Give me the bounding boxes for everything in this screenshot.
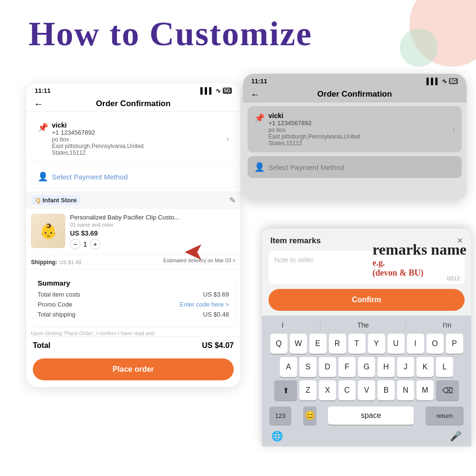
arrow-indicator: ➤: [183, 237, 204, 266]
keyboard-accessory-row: 🌐 🎤: [264, 428, 469, 445]
key-w[interactable]: W: [290, 334, 307, 354]
key-i[interactable]: I: [407, 334, 424, 354]
key-return[interactable]: return: [426, 407, 464, 425]
key-p[interactable]: P: [446, 334, 463, 354]
keyboard-row-1: Q W E R T Y U I O P: [264, 334, 469, 354]
network-icon: 5G: [223, 88, 232, 94]
key-q[interactable]: Q: [270, 334, 288, 354]
remarks-annotation: remarks name e.g. (devon & BU): [372, 241, 466, 278]
payment-label-right: Select Payment Method: [268, 163, 344, 171]
key-a[interactable]: A: [280, 357, 297, 377]
note-icon[interactable]: ✎: [229, 196, 236, 205]
key-k[interactable]: K: [416, 357, 434, 377]
key-o[interactable]: O: [426, 334, 444, 354]
modal-title: Item remarks: [270, 236, 321, 246]
summary-section: Summary Total item costs US $3.69 Promo …: [31, 273, 236, 327]
key-b[interactable]: B: [377, 380, 395, 400]
divider: [26, 269, 240, 269]
status-time-left: 11:11: [35, 87, 50, 94]
shipping-row: Shipping: US $1.48 Estimated delivery on…: [26, 254, 240, 269]
address-row: 📌 vicki +1 1234567892 po box East pittsb…: [38, 121, 229, 156]
key-y[interactable]: Y: [368, 334, 385, 354]
decorative-circle-green: [400, 29, 438, 67]
payment-icon: 👤: [38, 171, 48, 182]
shipping-label: Shipping:: [31, 259, 57, 266]
address-city-right: East pittsburgh,Pennsylvania,United: [268, 133, 453, 140]
qty-increase[interactable]: +: [90, 239, 100, 249]
place-order-button[interactable]: Place order: [33, 358, 234, 380]
key-l[interactable]: L: [436, 357, 453, 377]
nav-title-left: Order Confirmation: [96, 99, 171, 109]
delete-key[interactable]: ⌫: [436, 380, 459, 400]
address-row-right: 📌 vicki +1 1234567892 po box East pittsb…: [254, 112, 455, 147]
suggestion-the[interactable]: The: [357, 321, 369, 330]
product-thumbnail: 👶: [31, 214, 65, 248]
page-title: How to Customize: [29, 14, 312, 54]
status-icons-right: ▌▌▌ ∿ 5G: [426, 78, 458, 85]
note-placeholder: Note to seller: [274, 256, 313, 264]
store-badge: Q Infant Store: [31, 195, 81, 205]
product-row: 👶 Personalized Baby Pacifier Clip Custo.…: [26, 209, 240, 254]
shipping-cost: US $1.48: [60, 259, 81, 265]
remarks-eg: e.g.: [372, 258, 466, 268]
suggestion-i[interactable]: I: [282, 321, 284, 330]
key-e[interactable]: E: [309, 334, 327, 354]
key-emoji[interactable]: 😊: [303, 407, 317, 425]
key-123[interactable]: 123: [269, 407, 291, 425]
total-bar: Total US $4.07: [26, 336, 240, 355]
key-g[interactable]: G: [358, 357, 375, 377]
back-button-right: ←: [250, 89, 260, 100]
qty-decrease[interactable]: −: [70, 239, 80, 249]
right-phone-screenshot: 11:11 ▌▌▌ ∿ 5G ← Order Confirmation 📌 vi…: [243, 74, 466, 201]
key-v[interactable]: V: [358, 380, 375, 400]
address-chevron[interactable]: ›: [227, 135, 229, 143]
address-name: vicki: [52, 121, 227, 129]
legal-text: Upon clicking 'Place Order', I confirm I…: [31, 330, 236, 336]
key-s[interactable]: S: [299, 357, 317, 377]
key-space[interactable]: space: [328, 407, 414, 425]
left-phone-screenshot: 11:11 ▌▌▌ ∿ 5G ← Order Confirmation 📌 vi…: [26, 83, 240, 387]
payment-card[interactable]: 👤 Select Payment Method: [31, 166, 236, 188]
key-n[interactable]: N: [397, 380, 414, 400]
suggestion-im[interactable]: I'm: [443, 321, 451, 330]
key-h[interactable]: H: [377, 357, 395, 377]
summary-promo: Promo Code Enter code here >: [38, 301, 229, 308]
nav-bar-right: ← Order Confirmation: [243, 87, 466, 102]
key-c[interactable]: C: [338, 380, 356, 400]
wifi-icon: ∿: [216, 87, 221, 94]
product-price: US $3.69: [70, 229, 236, 237]
address-info-right: vicki +1 1234567892 po box East pittsbur…: [268, 112, 453, 147]
status-time-right: 11:11: [251, 78, 267, 85]
remarks-name-text: remarks name: [372, 241, 466, 258]
status-icons-left: ▌▌▌ ∿ 5G: [200, 87, 232, 94]
summary-shipping: Total shipping US $0.48: [38, 311, 229, 318]
mic-icon[interactable]: 🎤: [450, 430, 462, 442]
key-m[interactable]: M: [416, 380, 434, 400]
key-x[interactable]: X: [319, 380, 336, 400]
key-f[interactable]: F: [338, 357, 356, 377]
shift-key[interactable]: ⬆: [274, 380, 297, 400]
qty-value: 1: [83, 240, 87, 248]
signal-icon-right: ▌▌▌: [426, 78, 440, 85]
confirm-button[interactable]: Confirm: [268, 289, 465, 311]
status-bar-right: 11:11 ▌▌▌ ∿ 5G: [243, 74, 466, 87]
keyboard-suggestions: I | The | I'm: [264, 319, 469, 334]
key-z[interactable]: Z: [299, 380, 317, 400]
payment-row-right: 👤 Select Payment Method: [254, 162, 455, 172]
shipping-total-label: Total shipping: [38, 311, 76, 318]
summary-title: Summary: [38, 279, 229, 287]
address-zip-right: States,15112: [268, 140, 453, 147]
payment-card-right: 👤 Select Payment Method: [248, 156, 462, 178]
globe-icon[interactable]: 🌐: [271, 430, 283, 442]
summary-item-costs: Total item costs US $3.69: [38, 291, 229, 298]
back-button-left[interactable]: ←: [34, 99, 43, 109]
total-label: Total: [33, 341, 50, 350]
promo-value[interactable]: Enter code here >: [179, 301, 229, 308]
key-j[interactable]: J: [397, 357, 414, 377]
product-image: 👶: [31, 214, 65, 248]
key-t[interactable]: T: [348, 334, 366, 354]
key-u[interactable]: U: [387, 334, 405, 354]
key-r[interactable]: R: [329, 334, 346, 354]
key-d[interactable]: D: [319, 357, 336, 377]
nav-title-right: Order Confirmation: [317, 89, 392, 99]
